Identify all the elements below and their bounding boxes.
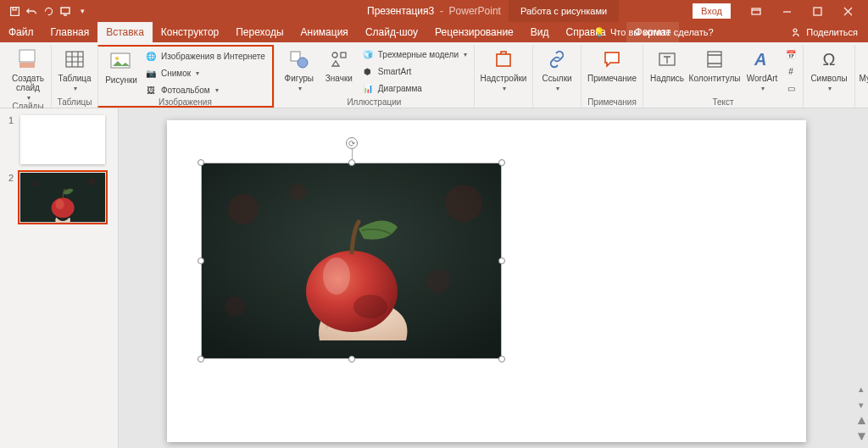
chart-button[interactable]: 📊Диаграмма [359,80,469,96]
resize-handle-ne[interactable] [498,159,505,166]
resize-handle-sw[interactable] [198,356,204,362]
group-media: Мультимедиа▾ [854,45,868,108]
cube-icon: 🧊 [361,47,375,61]
tab-transitions[interactable]: Переходы [227,22,292,42]
rotation-handle[interactable]: ⟳ [346,137,358,149]
tab-insert[interactable]: Вставка [97,22,153,42]
comment-icon [599,47,625,72]
new-slide-icon [15,47,41,72]
slide[interactable]: ⟳ [167,120,806,442]
online-pictures-button[interactable]: 🌐Изображения в Интернете [142,48,267,64]
group-addins: Надстройки▾ [474,45,532,108]
resize-handle-se[interactable] [498,356,505,362]
resize-handle-w[interactable] [198,257,204,264]
svg-point-22 [88,178,96,185]
addins-button[interactable]: Надстройки▾ [480,45,527,92]
icons-button[interactable]: Значки [322,45,356,83]
prev-slide-icon[interactable]: ⯅ [857,416,866,426]
omega-icon: Ω [816,47,842,72]
album-icon: 🖼 [144,83,158,97]
tab-review[interactable]: Рецензирование [426,22,522,42]
save-icon[interactable] [8,5,20,17]
smartart-button[interactable]: ⬢SmartArt [359,64,469,79]
ribbon-tabs: Файл Главная Вставка Конструктор Переход… [0,22,868,42]
textbox-button[interactable]: Надпись [648,45,686,83]
textbox-icon [654,47,680,72]
svg-rect-0 [10,7,19,15]
shapes-button[interactable]: Фигуры▾ [280,45,319,92]
date-button[interactable]: 📅 [784,47,798,62]
resize-handle-nw[interactable] [198,159,204,166]
tab-design[interactable]: Конструктор [153,22,227,42]
comment-button[interactable]: Примечание [587,45,637,83]
doc-name: Презентация3 [367,5,434,17]
svg-point-5 [793,29,797,32]
group-tables: Таблица▾ Таблицы [51,45,97,108]
svg-point-21 [32,181,38,187]
next-slide-icon[interactable]: ⯆ [857,431,866,441]
qat-more-icon[interactable]: ▾ [76,5,88,17]
object-button[interactable]: ▭ [784,80,798,96]
start-icon[interactable] [59,5,71,17]
table-icon [62,47,87,72]
svg-rect-15 [497,54,510,66]
group-text: Надпись Колонтитулы A WordArt▾ 📅 # ▭ Тек… [643,45,803,108]
wordart-icon: A [749,47,775,72]
photo-album-button[interactable]: 🖼Фотоальбом▾ [142,82,267,97]
number-icon: # [786,64,796,78]
group-comments: Примечание Примечания [581,45,643,108]
scroll-down-icon[interactable]: ▾ [859,400,864,411]
tab-file[interactable]: Файл [0,22,42,42]
screenshot-icon: 📷 [144,66,158,80]
svg-rect-8 [66,52,83,67]
close-icon[interactable] [832,0,863,22]
tell-me[interactable]: 💡 Что вы хотите сделать? [593,22,714,42]
symbols-button[interactable]: Ω Символы▾ [809,45,849,92]
table-button[interactable]: Таблица▾ [57,45,92,92]
scroll-up-icon[interactable]: ▴ [859,384,864,395]
share-button[interactable]: Поделиться [792,22,858,42]
selection-outline [201,163,502,359]
svg-rect-7 [19,63,35,68]
svg-rect-14 [341,53,346,58]
svg-rect-17 [708,52,721,67]
header-footer-button[interactable]: Колонтитулы [689,45,740,83]
new-slide-button[interactable]: Создать слайд▾ [10,45,46,102]
slide-thumb-1[interactable] [20,115,105,164]
wordart-button[interactable]: A WordArt▾ [743,45,781,92]
svg-point-10 [115,57,119,60]
undo-icon[interactable] [25,5,37,17]
right-rail: ▴ ▾ ⯅ ⯆ [854,108,868,448]
slide-panel: 1 2 [0,108,119,448]
resize-handle-n[interactable] [348,159,355,166]
svg-rect-4 [814,8,821,15]
screenshot-button[interactable]: 📷Снимок▾ [142,65,267,80]
resize-handle-e[interactable] [498,257,505,264]
ribbon-options-icon[interactable] [741,0,771,22]
resize-handle-s[interactable] [348,356,355,362]
tab-view[interactable]: Вид [522,22,558,42]
redo-icon[interactable] [42,5,54,17]
minimize-icon[interactable] [771,0,802,22]
signin-button[interactable]: Вход [693,3,731,19]
app-name: PowerPoint [449,5,501,17]
window-title: Презентация3 - PowerPoint [367,5,501,17]
media-button[interactable]: Мультимедиа▾ [860,45,868,92]
maximize-icon[interactable] [802,0,832,22]
slide-thumb-2[interactable] [20,173,105,222]
date-icon: 📅 [786,47,796,61]
svg-point-12 [298,58,308,68]
thumb-number: 2 [8,173,15,222]
title-bar: ▾ Презентация3 - PowerPoint Работа с рис… [0,0,868,22]
slide-number-button[interactable]: # [784,64,798,79]
share-icon [792,27,802,37]
links-button[interactable]: Ссылки▾ [538,45,576,92]
tab-home[interactable]: Главная [42,22,98,42]
pictures-button[interactable]: Рисунки [103,47,139,85]
selected-picture[interactable]: ⟳ [201,163,502,359]
slide-canvas[interactable]: ⟳ [119,108,854,448]
tab-animations[interactable]: Анимация [292,22,357,42]
3d-models-button[interactable]: 🧊Трехмерные модели▾ [359,47,469,62]
group-illustrations: Фигуры▾ Значки 🧊Трехмерные модели▾ ⬢Smar… [274,45,474,108]
tab-slideshow[interactable]: Слайд-шоу [357,22,426,42]
